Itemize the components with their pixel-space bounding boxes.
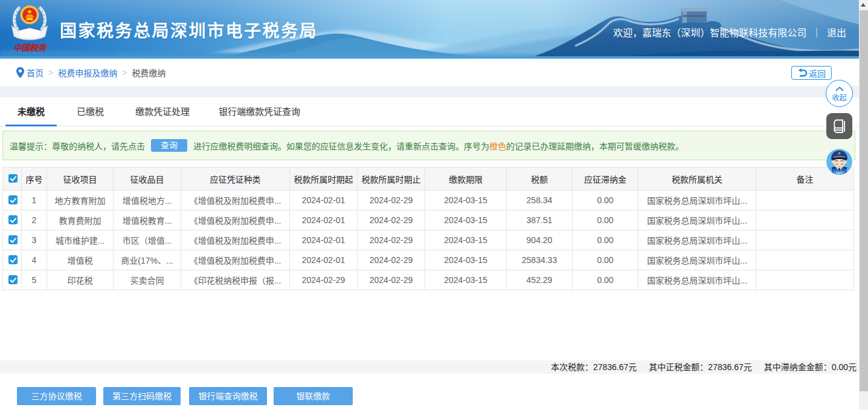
svg-text:电税证: 电税证 <box>836 172 843 175</box>
